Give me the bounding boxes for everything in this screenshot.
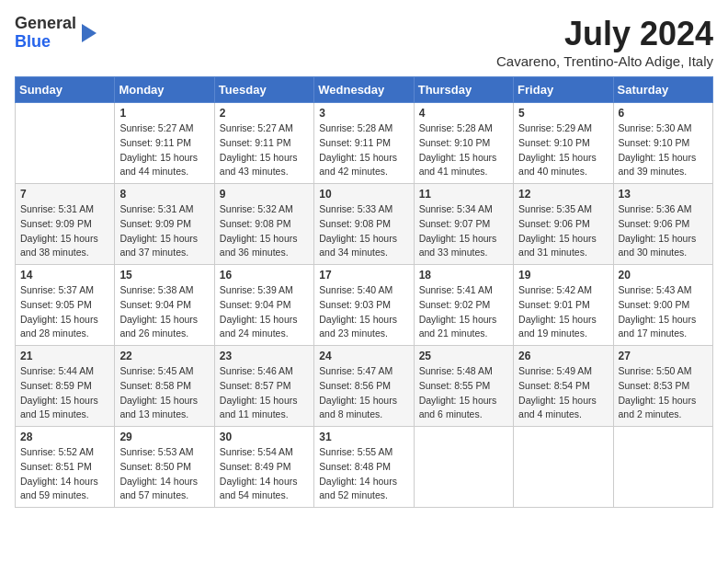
calendar-cell: 29Sunrise: 5:53 AM Sunset: 8:50 PM Dayli… bbox=[115, 427, 214, 508]
week-row-5: 28Sunrise: 5:52 AM Sunset: 8:51 PM Dayli… bbox=[16, 427, 713, 508]
calendar-cell: 8Sunrise: 5:31 AM Sunset: 9:09 PM Daylig… bbox=[115, 184, 214, 265]
weekday-header-monday: Monday bbox=[115, 77, 214, 103]
calendar-cell: 26Sunrise: 5:49 AM Sunset: 8:54 PM Dayli… bbox=[514, 346, 613, 427]
weekday-header-sunday: Sunday bbox=[16, 77, 115, 103]
day-info: Sunrise: 5:38 AM Sunset: 9:04 PM Dayligh… bbox=[119, 283, 209, 341]
calendar-cell: 20Sunrise: 5:43 AM Sunset: 9:00 PM Dayli… bbox=[613, 265, 712, 346]
day-number: 11 bbox=[419, 188, 508, 201]
day-number: 1 bbox=[119, 107, 209, 120]
day-number: 22 bbox=[119, 350, 209, 362]
calendar-cell: 1Sunrise: 5:27 AM Sunset: 9:11 PM Daylig… bbox=[115, 103, 214, 184]
calendar-cell: 16Sunrise: 5:39 AM Sunset: 9:04 PM Dayli… bbox=[214, 265, 313, 346]
calendar-cell: 4Sunrise: 5:28 AM Sunset: 9:10 PM Daylig… bbox=[414, 103, 513, 184]
day-info: Sunrise: 5:43 AM Sunset: 9:00 PM Dayligh… bbox=[619, 283, 708, 341]
calendar-cell: 25Sunrise: 5:48 AM Sunset: 8:55 PM Dayli… bbox=[414, 346, 513, 427]
day-number: 7 bbox=[20, 188, 109, 201]
day-info: Sunrise: 5:31 AM Sunset: 9:09 PM Dayligh… bbox=[119, 202, 209, 260]
calendar-cell: 19Sunrise: 5:42 AM Sunset: 9:01 PM Dayli… bbox=[514, 265, 613, 346]
day-number: 17 bbox=[319, 269, 408, 282]
weekday-header-row: SundayMondayTuesdayWednesdayThursdayFrid… bbox=[16, 77, 713, 103]
day-number: 26 bbox=[518, 350, 608, 362]
calendar-cell: 21Sunrise: 5:44 AM Sunset: 8:59 PM Dayli… bbox=[16, 346, 115, 427]
day-info: Sunrise: 5:31 AM Sunset: 9:09 PM Dayligh… bbox=[20, 202, 109, 260]
day-number: 2 bbox=[220, 107, 309, 120]
day-info: Sunrise: 5:53 AM Sunset: 8:50 PM Dayligh… bbox=[119, 445, 209, 503]
day-number: 8 bbox=[119, 188, 209, 201]
day-info: Sunrise: 5:48 AM Sunset: 8:55 PM Dayligh… bbox=[419, 364, 508, 422]
day-number: 12 bbox=[518, 188, 608, 201]
day-number: 23 bbox=[220, 350, 309, 362]
day-info: Sunrise: 5:29 AM Sunset: 9:10 PM Dayligh… bbox=[518, 121, 608, 179]
day-number: 19 bbox=[518, 269, 608, 282]
calendar-cell: 13Sunrise: 5:36 AM Sunset: 9:06 PM Dayli… bbox=[613, 184, 712, 265]
day-number: 28 bbox=[20, 431, 109, 443]
calendar-cell bbox=[613, 427, 712, 508]
day-info: Sunrise: 5:27 AM Sunset: 9:11 PM Dayligh… bbox=[220, 121, 309, 179]
day-number: 4 bbox=[419, 107, 508, 120]
calendar-cell: 7Sunrise: 5:31 AM Sunset: 9:09 PM Daylig… bbox=[16, 184, 115, 265]
day-number: 9 bbox=[220, 188, 309, 201]
day-info: Sunrise: 5:27 AM Sunset: 9:11 PM Dayligh… bbox=[119, 121, 209, 179]
calendar-cell: 22Sunrise: 5:45 AM Sunset: 8:58 PM Dayli… bbox=[115, 346, 214, 427]
weekday-header-friday: Friday bbox=[514, 77, 613, 103]
logo-general: General bbox=[15, 14, 76, 32]
calendar-cell: 2Sunrise: 5:27 AM Sunset: 9:11 PM Daylig… bbox=[214, 103, 313, 184]
day-number: 20 bbox=[619, 269, 708, 282]
day-info: Sunrise: 5:28 AM Sunset: 9:10 PM Dayligh… bbox=[419, 121, 508, 179]
day-number: 27 bbox=[619, 350, 708, 362]
week-row-3: 14Sunrise: 5:37 AM Sunset: 9:05 PM Dayli… bbox=[16, 265, 713, 346]
day-info: Sunrise: 5:45 AM Sunset: 8:58 PM Dayligh… bbox=[119, 364, 209, 422]
calendar-cell bbox=[16, 103, 115, 184]
day-number: 18 bbox=[419, 269, 508, 282]
day-number: 29 bbox=[119, 431, 209, 443]
calendar-cell: 3Sunrise: 5:28 AM Sunset: 9:11 PM Daylig… bbox=[314, 103, 414, 184]
day-number: 13 bbox=[619, 188, 708, 201]
day-info: Sunrise: 5:35 AM Sunset: 9:06 PM Dayligh… bbox=[518, 202, 608, 260]
day-info: Sunrise: 5:55 AM Sunset: 8:48 PM Dayligh… bbox=[319, 445, 408, 503]
weekday-header-wednesday: Wednesday bbox=[314, 77, 414, 103]
day-number: 21 bbox=[20, 350, 109, 362]
calendar-table: SundayMondayTuesdayWednesdayThursdayFrid… bbox=[15, 76, 713, 508]
page-header: General Blue July 2024 Cavareno, Trentin… bbox=[15, 15, 713, 69]
logo-blue: Blue bbox=[15, 32, 51, 51]
day-number: 15 bbox=[119, 269, 209, 282]
calendar-cell: 27Sunrise: 5:50 AM Sunset: 8:53 PM Dayli… bbox=[613, 346, 712, 427]
calendar-cell: 18Sunrise: 5:41 AM Sunset: 9:02 PM Dayli… bbox=[414, 265, 513, 346]
day-info: Sunrise: 5:39 AM Sunset: 9:04 PM Dayligh… bbox=[220, 283, 309, 341]
calendar-cell: 15Sunrise: 5:38 AM Sunset: 9:04 PM Dayli… bbox=[115, 265, 214, 346]
day-number: 16 bbox=[220, 269, 309, 282]
day-info: Sunrise: 5:47 AM Sunset: 8:56 PM Dayligh… bbox=[319, 364, 408, 422]
day-info: Sunrise: 5:30 AM Sunset: 9:10 PM Dayligh… bbox=[619, 121, 708, 179]
calendar-cell: 30Sunrise: 5:54 AM Sunset: 8:49 PM Dayli… bbox=[214, 427, 313, 508]
calendar-cell: 5Sunrise: 5:29 AM Sunset: 9:10 PM Daylig… bbox=[514, 103, 613, 184]
calendar-cell bbox=[514, 427, 613, 508]
week-row-4: 21Sunrise: 5:44 AM Sunset: 8:59 PM Dayli… bbox=[16, 346, 713, 427]
logo-arrow-icon bbox=[78, 20, 100, 46]
weekday-header-tuesday: Tuesday bbox=[214, 77, 313, 103]
day-info: Sunrise: 5:33 AM Sunset: 9:08 PM Dayligh… bbox=[319, 202, 408, 260]
weekday-header-saturday: Saturday bbox=[613, 77, 712, 103]
month-title: July 2024 bbox=[496, 15, 713, 53]
day-info: Sunrise: 5:52 AM Sunset: 8:51 PM Dayligh… bbox=[20, 445, 109, 503]
calendar-cell: 12Sunrise: 5:35 AM Sunset: 9:06 PM Dayli… bbox=[514, 184, 613, 265]
day-info: Sunrise: 5:46 AM Sunset: 8:57 PM Dayligh… bbox=[220, 364, 309, 422]
day-number: 24 bbox=[319, 350, 408, 362]
day-info: Sunrise: 5:44 AM Sunset: 8:59 PM Dayligh… bbox=[20, 364, 109, 422]
week-row-1: 1Sunrise: 5:27 AM Sunset: 9:11 PM Daylig… bbox=[16, 103, 713, 184]
day-info: Sunrise: 5:54 AM Sunset: 8:49 PM Dayligh… bbox=[220, 445, 309, 503]
calendar-cell: 11Sunrise: 5:34 AM Sunset: 9:07 PM Dayli… bbox=[414, 184, 513, 265]
day-info: Sunrise: 5:40 AM Sunset: 9:03 PM Dayligh… bbox=[319, 283, 408, 341]
day-number: 5 bbox=[518, 107, 608, 120]
day-number: 6 bbox=[619, 107, 708, 120]
calendar-cell: 9Sunrise: 5:32 AM Sunset: 9:08 PM Daylig… bbox=[214, 184, 313, 265]
calendar-cell: 6Sunrise: 5:30 AM Sunset: 9:10 PM Daylig… bbox=[613, 103, 712, 184]
calendar-cell bbox=[414, 427, 513, 508]
weekday-header-thursday: Thursday bbox=[414, 77, 513, 103]
logo: General Blue bbox=[15, 15, 100, 52]
calendar-cell: 28Sunrise: 5:52 AM Sunset: 8:51 PM Dayli… bbox=[16, 427, 115, 508]
day-number: 31 bbox=[319, 431, 408, 443]
day-number: 14 bbox=[20, 269, 109, 282]
svg-marker-0 bbox=[82, 24, 97, 42]
day-number: 3 bbox=[319, 107, 408, 120]
calendar-cell: 14Sunrise: 5:37 AM Sunset: 9:05 PM Dayli… bbox=[16, 265, 115, 346]
